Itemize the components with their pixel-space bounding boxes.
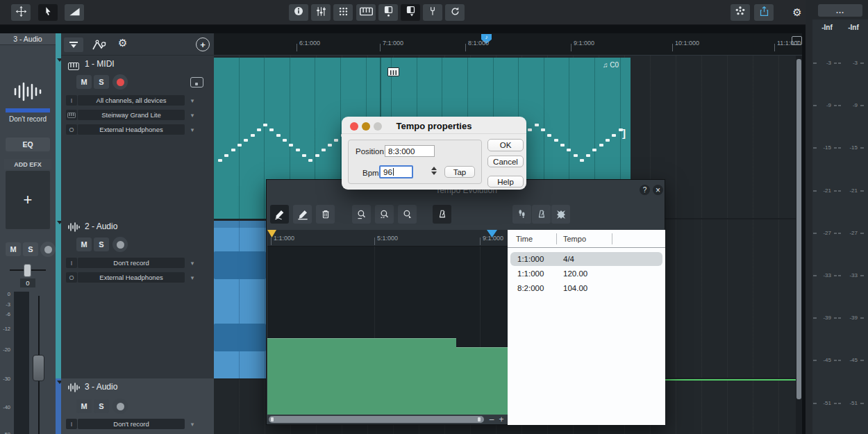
- tempo-properties-dialog[interactable]: Tempo properties Position: 8:3:000 Bpm: …: [342, 117, 526, 190]
- midi-note: [251, 134, 255, 137]
- chevron-down-icon[interactable]: ▾: [187, 110, 197, 120]
- vertical-scrollbar[interactable]: [796, 56, 802, 434]
- midi-note: [302, 154, 306, 157]
- move-tool-button[interactable]: [11, 4, 31, 21]
- arrow-tool-button[interactable]: [38, 4, 58, 21]
- track3-record-arm-button[interactable]: [112, 399, 128, 414]
- remove-all-button[interactable]: [551, 205, 570, 224]
- tempo-evolution-window[interactable]: Tempo Evolution ? × 1:1:0005:1:0009:1:00…: [266, 179, 665, 425]
- piano-roll-button[interactable]: [378, 4, 398, 21]
- track3-solo-button[interactable]: S: [94, 399, 109, 413]
- fader-scale-label: -3: [0, 301, 10, 308]
- add-track-button[interactable]: +: [196, 37, 210, 51]
- tap-steps-button[interactable]: [512, 205, 531, 224]
- track1-mute-button[interactable]: M: [76, 75, 92, 89]
- track1-record-arm-button[interactable]: [112, 74, 128, 90]
- delete-tempo-button[interactable]: [316, 205, 335, 224]
- chevron-down-icon[interactable]: ▾: [187, 258, 197, 268]
- audio-input-select[interactable]: Don't record: [78, 419, 185, 429]
- position-input[interactable]: 8:3:000: [385, 145, 435, 157]
- tempo-table-row[interactable]: 1:1:000120.00: [510, 267, 662, 281]
- tempo-table-row[interactable]: 1:1:0004/4: [510, 252, 662, 266]
- zoom-out-button[interactable]: –: [487, 415, 496, 424]
- instrument-select[interactable]: Steinway Grand Lite: [78, 110, 185, 120]
- draw-tempo-button[interactable]: [270, 205, 289, 224]
- chevron-down-icon[interactable]: ▾: [187, 124, 197, 135]
- audio-input-select[interactable]: Don't record: [78, 258, 185, 268]
- chevron-down-icon[interactable]: ▾: [187, 272, 197, 283]
- stepper-up-icon[interactable]: [431, 167, 437, 170]
- share-button[interactable]: [754, 4, 774, 21]
- fader-scale-label: -30: [0, 376, 10, 382]
- bpm-stepper[interactable]: [431, 167, 437, 175]
- audio-clip[interactable]: [214, 221, 266, 378]
- vertical-scrollbar-handle[interactable]: [796, 59, 801, 399]
- zoom-back-button[interactable]: [398, 205, 417, 224]
- tempo-row-value: 4/4: [563, 255, 574, 263]
- main-ruler[interactable]: ♪ ↔ 6:1:0007:1:0008:1:0009:1:00010:1:000…: [214, 33, 802, 56]
- chevron-down-icon[interactable]: ▾: [187, 419, 197, 429]
- automation-icon[interactable]: [92, 40, 107, 54]
- output-select[interactable]: External Headphones: [78, 124, 185, 135]
- meter-scale-label: -27: [844, 230, 858, 236]
- mixer-button[interactable]: [311, 4, 331, 21]
- track3-mute-button[interactable]: M: [76, 399, 92, 413]
- info-button[interactable]: [289, 4, 308, 21]
- track-card-2-audio[interactable]: 2 - Audio M S I Don't record ▾ O Externa…: [61, 219, 214, 378]
- stepper-down-icon[interactable]: [431, 172, 437, 175]
- tempo-fields-group: Position: 8:3:000 Bpm: 96 Tap: [348, 140, 482, 184]
- meter-tick-icon: [838, 233, 841, 234]
- close-icon[interactable]: ×: [653, 185, 663, 195]
- help-button[interactable]: ?: [640, 185, 650, 195]
- help-button[interactable]: Help: [487, 176, 524, 187]
- metronome-button[interactable]: [433, 205, 451, 224]
- cancel-button[interactable]: Cancel: [487, 156, 524, 167]
- effects-flower-icon: [735, 6, 746, 19]
- tempo-h-scrollbar[interactable]: [269, 416, 484, 423]
- sync-button[interactable]: [445, 4, 465, 21]
- midi-input-select[interactable]: All channels, all devices: [78, 95, 185, 106]
- track-card-1-midi[interactable]: 1 - MIDI M S I All channels, all devices…: [61, 56, 214, 219]
- gear-icon[interactable]: ⚙: [118, 37, 127, 49]
- tempo-segment-120[interactable]: [267, 338, 456, 415]
- fade-tool-button[interactable]: [65, 4, 84, 21]
- meter-tick-icon: [838, 317, 841, 319]
- midi-note: [257, 128, 261, 131]
- ok-button[interactable]: OK: [487, 139, 524, 151]
- tempo-table[interactable]: Time Tempo 1:1:0004/41:1:000120.008:2:00…: [508, 230, 665, 425]
- metronome-settings-button[interactable]: [532, 205, 551, 224]
- zoom-selection-button[interactable]: [375, 205, 394, 224]
- zoom-fit-button[interactable]: [352, 205, 371, 224]
- tuner-button[interactable]: [423, 4, 442, 21]
- volume-automation-line[interactable]: [665, 379, 796, 381]
- tempo-graph[interactable]: [267, 247, 508, 415]
- line-tempo-button[interactable]: [293, 205, 312, 224]
- track-card-3-audio[interactable]: 3 - Audio M S I Don't record ▾: [61, 378, 214, 434]
- gear-icon: ⚙: [792, 6, 801, 19]
- track2-solo-button[interactable]: S: [94, 237, 109, 251]
- track-title[interactable]: 2 - Audio: [85, 222, 117, 231]
- chevron-down-icon[interactable]: ▾: [187, 95, 197, 106]
- track2-record-arm-button[interactable]: [112, 237, 128, 252]
- bpm-input[interactable]: 96: [379, 165, 413, 178]
- meter-tick-icon: [834, 190, 837, 192]
- track-title[interactable]: 3 - Audio: [85, 382, 117, 392]
- keyboard-button[interactable]: [356, 4, 376, 21]
- tap-button[interactable]: Tap: [444, 166, 475, 178]
- pads-button[interactable]: [333, 4, 353, 21]
- tempo-table-row[interactable]: 8:2:000104.00: [510, 281, 662, 295]
- settings-button[interactable]: ⚙: [787, 4, 807, 21]
- fader-handle[interactable]: [33, 355, 44, 381]
- piano-roll-marker-button[interactable]: [401, 4, 420, 21]
- track1-solo-button[interactable]: S: [94, 75, 109, 89]
- addons-button[interactable]: [731, 4, 750, 21]
- track2-mute-button[interactable]: M: [76, 237, 92, 251]
- piano-roll-marker-icon: [406, 6, 416, 20]
- tempo-ruler[interactable]: 1:1:0005:1:0009:1:000: [267, 230, 508, 247]
- piano-roll-view-icon[interactable]: [190, 77, 203, 87]
- zoom-in-button[interactable]: +: [497, 415, 506, 424]
- collapse-tracks-button[interactable]: [64, 37, 83, 52]
- tempo-segment-104[interactable]: [456, 347, 508, 415]
- output-select[interactable]: External Headphones: [78, 272, 185, 283]
- track-title[interactable]: 1 - MIDI: [85, 59, 115, 69]
